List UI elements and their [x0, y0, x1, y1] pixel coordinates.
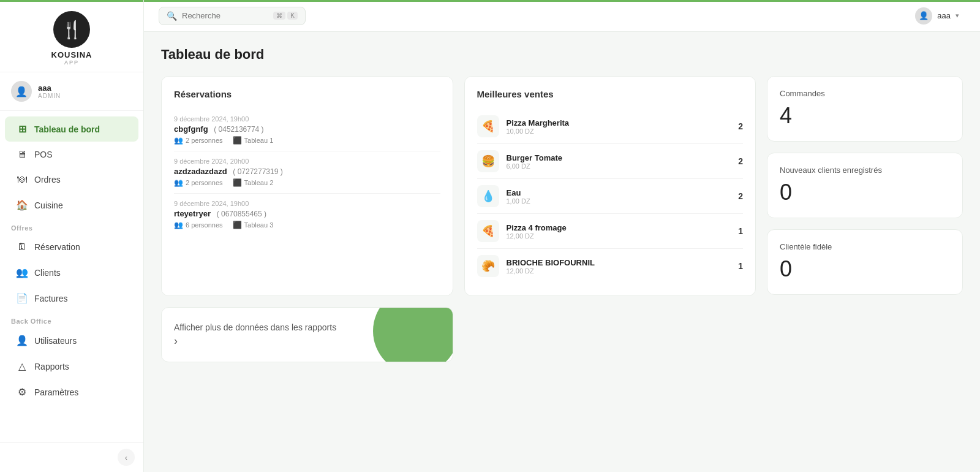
- stat-clientele-fidele: Clientèle fidèle 0: [767, 229, 963, 295]
- sidebar-label: Tableau de bord: [34, 124, 100, 134]
- topbar-avatar: 👤: [915, 7, 932, 25]
- sidebar-item-parametres[interactable]: ⚙ Paramètres: [5, 379, 138, 405]
- stat-commandes: Commandes 4: [767, 76, 963, 142]
- sidebar-label: Ordres: [34, 175, 61, 185]
- res-details-1: 👥 2 personnes ⬛ Tableau 1: [174, 136, 440, 145]
- best-sales-card: Meilleures ventes 🍕 Pizza Margherita 10,…: [464, 76, 756, 296]
- parametres-icon: ⚙: [16, 386, 28, 398]
- stat-label-1: Nouveaux clients enregistrés: [780, 166, 950, 175]
- persons-icon: 👥: [174, 221, 183, 229]
- cuisine-icon: 🏠: [16, 199, 28, 211]
- table-icon: ⬛: [233, 178, 242, 187]
- sale-item-2: 🍔 Burger Tomate 6,00 DZ 2: [477, 144, 744, 179]
- stat-value-0: 4: [780, 103, 950, 129]
- sale-icon-3: 💧: [477, 185, 499, 207]
- topbar-username: aaa: [937, 11, 951, 20]
- res-date-1: 9 décembre 2024, 19h00: [174, 115, 440, 123]
- sidebar-item-clients[interactable]: 👥 Clients: [5, 260, 138, 285]
- search-bar[interactable]: 🔍 ⌘ K: [159, 7, 306, 25]
- stats-column: Commandes 4 Nouveaux clients enregistrés…: [767, 76, 963, 362]
- sidebar-label: Rapports: [34, 362, 69, 371]
- sidebar: 🍴 KOUSINA APP 👤 aaa ADMIN ⊞ Tableau de b…: [0, 0, 144, 472]
- reservation-item-2: 9 décembre 2024, 20h00 azdzadazdazd ( 07…: [174, 151, 440, 194]
- keyboard-shortcuts: ⌘ K: [273, 12, 298, 20]
- avatar: 👤: [11, 81, 32, 102]
- persons-icon: 👥: [174, 178, 183, 187]
- stat-nouveaux-clients: Nouveaux clients enregistrés 0: [767, 153, 963, 218]
- dashboard-icon: ⊞: [16, 123, 28, 135]
- sale-item-5: 🥐 BRIOCHE BIOFOURNIL 12,00 DZ 1: [477, 249, 744, 283]
- res-name-3: rteyetryer ( 0670855465 ): [174, 209, 440, 218]
- topbar-chevron: ▾: [956, 12, 959, 20]
- reservations-title: Réservations: [174, 89, 440, 99]
- sale-icon-2: 🍔: [477, 150, 499, 172]
- reservation-icon: 🗓: [16, 242, 28, 253]
- user-profile: 👤 aaa ADMIN: [0, 72, 143, 111]
- sidebar-item-factures[interactable]: 📄 Factures: [5, 286, 138, 311]
- more-data-card[interactable]: Afficher plus de données dans les rappor…: [161, 307, 453, 362]
- app-sub: APP: [64, 59, 79, 66]
- chart-decoration: [373, 307, 453, 362]
- stat-label-0: Commandes: [780, 89, 950, 98]
- reservation-item-3: 9 décembre 2024, 19h00 rteyetryer ( 0670…: [174, 194, 440, 235]
- sidebar-label: Cuisine: [34, 200, 63, 210]
- utilisateurs-icon: 👤: [16, 335, 28, 346]
- ordres-icon: 🍽: [16, 174, 28, 185]
- page-title: Tableau de bord: [161, 47, 963, 63]
- search-icon: 🔍: [167, 11, 177, 21]
- logo-icon: 🍴: [53, 11, 90, 48]
- reservations-card: Réservations 9 décembre 2024, 19h00 cbgf…: [161, 76, 453, 296]
- sidebar-label: Utilisateurs: [34, 336, 77, 346]
- res-date-2: 9 décembre 2024, 20h00: [174, 158, 440, 165]
- rapports-icon: △: [16, 360, 28, 372]
- sale-item-3: 💧 Eau 1,00 DZ 2: [477, 179, 744, 214]
- stat-value-1: 0: [780, 180, 950, 205]
- sidebar-item-tableau-de-bord[interactable]: ⊞ Tableau de bord: [5, 116, 138, 142]
- sidebar-item-reservation[interactable]: 🗓 Réservation: [5, 235, 138, 259]
- user-role: ADMIN: [38, 93, 61, 99]
- more-data-arrow: ›: [174, 335, 336, 348]
- more-data-content: Afficher plus de données dans les rappor…: [174, 322, 336, 348]
- main-area: 🔍 ⌘ K 👤 aaa ▾ Tableau de bord Réservatio…: [144, 0, 980, 472]
- collapse-button[interactable]: ‹: [118, 449, 135, 466]
- res-date-3: 9 décembre 2024, 19h00: [174, 200, 440, 207]
- pos-icon: 🖥: [16, 149, 28, 160]
- cmd-key: ⌘: [273, 12, 285, 20]
- main-nav: ⊞ Tableau de bord 🖥 POS 🍽 Ordres 🏠 Cuisi…: [0, 111, 143, 442]
- user-name: aaa: [38, 83, 61, 93]
- dashboard-grid: Réservations 9 décembre 2024, 19h00 cbgf…: [161, 76, 963, 362]
- collapse-area: ‹: [0, 442, 143, 472]
- table-icon: ⬛: [233, 221, 242, 229]
- sidebar-item-ordres[interactable]: 🍽 Ordres: [5, 167, 138, 192]
- k-key: K: [287, 12, 298, 20]
- reservation-item-1: 9 décembre 2024, 19h00 cbgfgnfg ( 045213…: [174, 109, 440, 151]
- persons-icon: 👥: [174, 136, 183, 145]
- sidebar-label: Factures: [34, 294, 67, 303]
- sale-icon-1: 🍕: [477, 115, 499, 137]
- search-input[interactable]: [182, 11, 262, 20]
- sidebar-item-rapports[interactable]: △ Rapports: [5, 354, 138, 379]
- sale-item-1: 🍕 Pizza Margherita 10,00 DZ 2: [477, 109, 744, 144]
- stat-value-2: 0: [780, 256, 950, 282]
- res-details-3: 👥 6 personnes ⬛ Tableau 3: [174, 221, 440, 229]
- sidebar-label: Paramètres: [34, 387, 78, 397]
- section-backoffice: Back Office: [0, 311, 143, 327]
- sale-icon-4: 🍕: [477, 220, 499, 242]
- clients-icon: 👥: [16, 267, 28, 278]
- table-icon: ⬛: [233, 136, 242, 145]
- sale-icon-5: 🥐: [477, 255, 499, 277]
- res-name-2: azdzadazdazd ( 0727277319 ): [174, 167, 440, 176]
- sidebar-item-cuisine[interactable]: 🏠 Cuisine: [5, 192, 138, 218]
- user-menu-button[interactable]: 👤 aaa ▾: [909, 5, 965, 27]
- best-sales-title: Meilleures ventes: [477, 89, 744, 99]
- sidebar-item-utilisateurs[interactable]: 👤 Utilisateurs: [5, 328, 138, 353]
- logo-area: 🍴 KOUSINA APP: [0, 0, 143, 72]
- topbar: 🔍 ⌘ K 👤 aaa ▾: [144, 0, 980, 32]
- sidebar-item-pos[interactable]: 🖥 POS: [5, 142, 138, 167]
- section-offres: Offres: [0, 218, 143, 234]
- more-data-text: Afficher plus de données dans les rappor…: [174, 322, 336, 332]
- sidebar-label: Réservation: [34, 242, 80, 252]
- sale-item-4: 🍕 Pizza 4 fromage 12,00 DZ 1: [477, 214, 744, 249]
- topbar-right: 👤 aaa ▾: [909, 5, 965, 27]
- content-area: Tableau de bord Réservations 9 décembre …: [144, 32, 980, 472]
